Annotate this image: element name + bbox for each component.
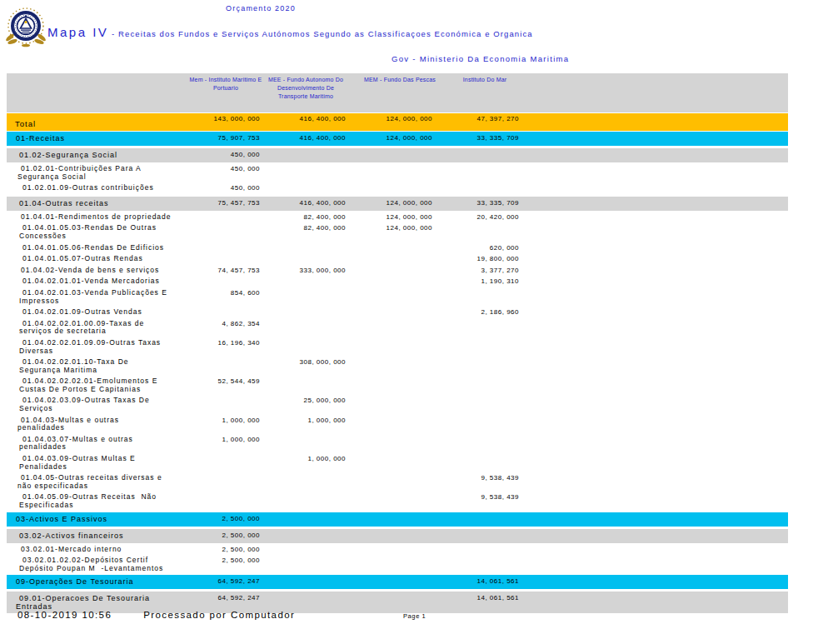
table-row: 01.04.01-Rendimentos de propriedade82, 4… xyxy=(7,212,788,223)
cell-value: 124, 000, 000 xyxy=(353,213,432,221)
cell-value: 416, 400, 000 xyxy=(267,134,346,142)
table-row: 01.04.01.05.06-Rendas De Edificios620, 0… xyxy=(7,242,788,254)
cell-value: 74, 457, 753 xyxy=(181,267,260,274)
column-header: MEM - Fundo Das Pescas xyxy=(357,76,443,84)
cell-value: 124, 000, 000 xyxy=(353,224,432,232)
emblem-icon xyxy=(6,6,46,47)
row-label: 01.04.01-Rendimentos de propriedade xyxy=(7,212,236,223)
row-label: 01.04.01.05.06-Rendas De Edificios xyxy=(7,242,237,254)
table-row: 01.04.02.01.09-Outras Vendas2, 186, 960 xyxy=(7,307,788,318)
row-label: 01.04.05.09-Outras Receitas Não Especifi… xyxy=(7,492,237,511)
cell-value: 14, 061, 561 xyxy=(440,594,519,602)
cell-value: 1, 000, 000 xyxy=(267,417,346,424)
cell-value: 20, 420, 000 xyxy=(440,213,519,221)
cell-value: 2, 186, 960 xyxy=(440,308,519,316)
table-row: 01.04.01.05.03-Rendas De Outras Concessõ… xyxy=(7,222,788,242)
page-number: Page 1 xyxy=(403,612,426,620)
row-label: 01.04.01.05.07-Outras Rendas xyxy=(7,253,237,265)
cell-value: 33, 335, 709 xyxy=(440,199,519,207)
table-row: 09-Operações De Tesouraria64, 592, 24714… xyxy=(7,575,788,589)
table-row: 01.04.02.01.01-Venda Mercadorias1, 190, … xyxy=(7,276,788,287)
cell-value: 124, 000, 000 xyxy=(353,134,432,142)
table-row: 01.04.05-Outras receitas diversas e não … xyxy=(7,472,788,492)
table-row: 01.04.02.02.01.00.09-Taxas de serviços d… xyxy=(7,318,788,337)
cell-value: 2, 500, 000 xyxy=(181,532,260,539)
table-row: 01.04.02.01.03-Venda Publicações E Impre… xyxy=(7,287,788,307)
footer-info: 08-10-2019 10:56Processado por Computado… xyxy=(17,610,295,620)
cell-value: 1, 000, 000 xyxy=(181,436,260,443)
cell-value: 854, 600 xyxy=(181,289,260,297)
cell-value: 4, 862, 354 xyxy=(181,320,260,327)
row-label: 01.04.05-Outras receitas diversas e não … xyxy=(7,472,236,492)
cell-value: 52, 544, 459 xyxy=(181,377,260,385)
row-label: 01.04.02.01.09-Outras Vendas xyxy=(7,307,237,318)
table-row: 01.04.03.07-Multas e outras penalidades1… xyxy=(7,434,788,453)
cell-value: 47, 397, 270 xyxy=(440,115,519,122)
cell-value: 416, 400, 000 xyxy=(267,115,346,122)
cell-value: 620, 000 xyxy=(440,244,519,252)
cabo-verde-emblem-logo xyxy=(6,6,46,47)
cell-value: 9, 538, 439 xyxy=(440,474,519,482)
report-page: Orçamento 2020 Mapa IV - Receitas dos Fu… xyxy=(0,0,833,644)
cell-value: 3, 377, 270 xyxy=(440,267,519,274)
table-row: 01.04.01.05.07-Outras Rendas19, 800, 000 xyxy=(7,253,788,265)
cell-value: 450, 000 xyxy=(181,151,260,158)
row-label: 01.04.02.02.01.10-Taxa De Segurança Mari… xyxy=(7,357,237,376)
cell-value: 82, 400, 000 xyxy=(267,224,346,232)
table-body: Total143, 000, 000416, 400, 000124, 000,… xyxy=(7,113,788,613)
table-row: 01.02-Segurança Social450, 000 xyxy=(7,148,788,162)
table-row: 01.04.02.03.09-Outras Taxas De Serviços2… xyxy=(7,395,788,414)
cell-value: 450, 000 xyxy=(181,184,260,192)
cell-value: 16, 196, 340 xyxy=(181,339,260,347)
map-subtitle: - Receitas dos Fundos e Serviços Autónom… xyxy=(108,29,532,38)
cell-value: 450, 000 xyxy=(181,165,260,172)
cell-value: 64, 592, 247 xyxy=(181,594,260,602)
row-label: 01.04.02.03.09-Outras Taxas De Serviços xyxy=(7,395,237,414)
cell-value: 124, 000, 000 xyxy=(353,199,432,207)
table-row: 03.02.01-Mercado interno2, 500, 000 xyxy=(7,544,788,556)
column-header: Instituto Do Mar xyxy=(441,76,528,84)
table-row: 01.02.01-Contribuições Para A Segurança … xyxy=(7,163,788,182)
table-row: 01.04-Outras receitas75, 457, 753416, 40… xyxy=(7,197,788,211)
cell-value: 75, 457, 753 xyxy=(181,199,260,207)
table-row: 01.04.02.02.02.01-Emolumentos E Custas D… xyxy=(7,376,788,395)
column-header: Mem - Instituto Maritimo E Portuario xyxy=(182,76,269,92)
cell-value: 124, 000, 000 xyxy=(353,115,432,122)
map-title-line: Mapa IV - Receitas dos Fundos e Serviços… xyxy=(47,25,533,40)
table-row: Total143, 000, 000416, 400, 000124, 000,… xyxy=(7,113,788,131)
row-label: 01.04.01.05.03-Rendas De Outras Concessõ… xyxy=(7,222,237,242)
table-header-band: Mem - Instituto Maritimo E PortuarioMEE … xyxy=(7,73,788,112)
cell-value: 1, 190, 310 xyxy=(440,277,519,285)
table-row: 01.04.02-Venda de bens e serviços74, 457… xyxy=(7,265,788,277)
table-row: 01.04.05.09-Outras Receitas Não Especifi… xyxy=(7,492,788,511)
table-row: 01.04.03.09-Outras Multas E Penalidades1… xyxy=(7,453,788,472)
table-row: 03.02.01.02.02-Depósitos Certif Depósito… xyxy=(7,555,788,574)
footer-timestamp: 08-10-2019 10:56 xyxy=(17,610,112,620)
cell-value: 19, 800, 000 xyxy=(440,255,519,262)
cell-value: 143, 000, 000 xyxy=(181,115,260,122)
row-label: 01.04.03.09-Outras Multas E Penalidades xyxy=(7,453,237,472)
table-row: 03-Activos E Passivos2, 500, 000 xyxy=(7,512,788,527)
cell-value: 14, 061, 561 xyxy=(440,577,519,585)
cell-value: 333, 000, 000 xyxy=(267,267,346,274)
footer-processed-by: Processado por Computador xyxy=(143,610,295,620)
cell-value: 9, 538, 439 xyxy=(440,493,519,501)
cell-value: 1, 000, 000 xyxy=(181,417,260,424)
table-row: 01-Receitas75, 907, 753416, 400, 000124,… xyxy=(7,132,788,146)
budget-table: Mem - Instituto Maritimo E PortuarioMEE … xyxy=(7,73,788,614)
cell-value: 308, 000, 000 xyxy=(267,358,346,366)
row-label: 01.04.02.01.01-Venda Mercadorias xyxy=(7,276,237,287)
document-title: Orçamento 2020 xyxy=(202,4,319,12)
cell-value: 416, 400, 000 xyxy=(267,199,346,207)
cell-value: 25, 000, 000 xyxy=(267,397,346,404)
cell-value: 33, 335, 709 xyxy=(440,134,519,142)
table-row: 01.04.02.02.01.09.09-Outras Taxas Divers… xyxy=(7,337,788,357)
table-row: 01.02.01.09-Outras contribuições450, 000 xyxy=(7,182,788,194)
table-row: 03.02-Activos financeiros2, 500, 000 xyxy=(7,529,788,543)
cell-value: 82, 400, 000 xyxy=(267,213,346,221)
cell-value: 64, 592, 247 xyxy=(181,577,260,585)
cell-value: 1, 000, 000 xyxy=(267,455,346,462)
cell-value: 2, 500, 000 xyxy=(181,557,260,564)
cell-value: 2, 500, 000 xyxy=(181,515,260,522)
map-title: Mapa IV xyxy=(47,25,108,39)
